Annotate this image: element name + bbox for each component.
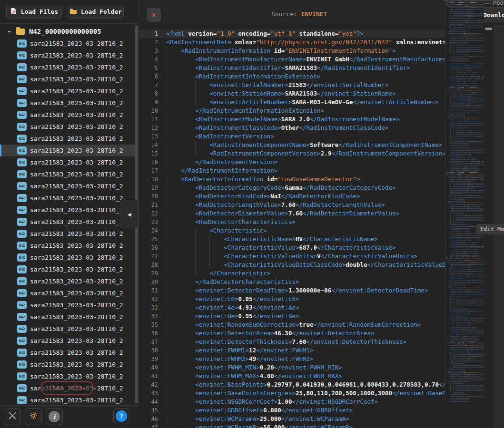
code-line[interactable]: 21 <RadDetectorLengthValue>7.60</RadDete…	[139, 201, 484, 209]
code-line[interactable]: 12 <RadInstrumentClassCode>Other</RadIns…	[139, 124, 484, 132]
file-item[interactable]: N42sara21583_2023-03-28T10_2	[0, 97, 135, 109]
code-line[interactable]: 36 <envinet:DetectorArea>46.30</envinet:…	[139, 329, 484, 338]
code-line[interactable]: 42 <envinet:BasePoints>0.29797,0.041930,…	[139, 380, 484, 389]
info-icon: i	[49, 411, 60, 422]
code-line[interactable]: 26 <CharacteristicValue>687.0</Character…	[139, 243, 484, 252]
file-item[interactable]: N42sara21583_2023-03-28T10_2	[0, 38, 135, 49]
code-line[interactable]: 33 <envinet:Ae>4.93</envinet:Ae>	[139, 303, 484, 312]
file-item[interactable]: N42sara21583_2023-03-28T10_2	[0, 287, 135, 299]
code-line[interactable]: 5 <RadInstrumentIdentifier>SARA21583</Ra…	[139, 64, 484, 72]
code-line[interactable]: 9 <envinet:ArticleNumber>SARA-M03-L4eDV-…	[139, 98, 484, 107]
code-line[interactable]: 10 </RadInstrumentInformationExtension>	[139, 107, 484, 115]
code-line[interactable]: 23 <RadDetectorCharacteristics>	[139, 218, 484, 226]
code-line[interactable]: 41 <envinet:FWHM_MAX>4.00</envinet:FWHM_…	[139, 372, 484, 380]
file-item[interactable]: N42sara21583_2023-03-28T10_2	[0, 192, 135, 204]
file-item[interactable]: N42sara21583_2023-03-28T10_2	[0, 73, 135, 85]
edit-mode-button[interactable]: Edit Mode	[476, 224, 504, 234]
file-item[interactable]: N42sara21583_2023-03-28T10_2	[0, 85, 135, 97]
code-line[interactable]: 13 <RadInstrumentVersion>	[139, 132, 484, 141]
file-item[interactable]: N42sara21583_2023-03-28T10_2	[0, 180, 135, 192]
file-item[interactable]: N42sara21583_2023-03-28T10_2	[0, 323, 135, 335]
clear-files-button[interactable]: Clear Files	[40, 381, 94, 395]
file-item[interactable]: N42sara21583_2023-03-28T10_2	[0, 275, 135, 287]
code-line[interactable]: 1<?xml version="1.0" encoding="utf-8" st…	[139, 29, 484, 38]
n42-badge-icon: N42	[17, 313, 27, 321]
file-item[interactable]: N42sara21583_2023-03-28T10_2	[0, 168, 135, 180]
code-line[interactable]: 24 <Characteristic>	[139, 226, 484, 235]
caret-icon[interactable]: ◄	[8, 29, 14, 34]
file-item[interactable]: N42sara21583_2023-03-28T10_2	[0, 335, 135, 347]
code-line[interactable]: 4 <RadInstrumentManufacturerName>ENVINET…	[139, 55, 484, 64]
code-line[interactable]: 35 <envinet:RandomSumCorrection>true</en…	[139, 321, 484, 329]
code-line[interactable]: 30 </RadDetectorCharacteristics>	[139, 278, 484, 286]
code-line[interactable]: 15 <RadInstrumentComponentVersion>2.9</R…	[139, 149, 484, 158]
file-item[interactable]: N42sara21583_2023-03-28T10_2	[0, 311, 135, 323]
file-item[interactable]: N42sara21583_2023-03-28T10_2	[0, 299, 135, 311]
load-folder-button[interactable]: Load Folder	[68, 5, 124, 19]
code-line[interactable]: 25 <CharacteristicName>HV</Characteristi…	[139, 235, 484, 243]
code-line[interactable]: 7 <envinet:SerialNumber>21583</envinet:S…	[139, 81, 484, 89]
file-item[interactable]: N42sara21583_2023-03-28T10_2	[0, 156, 135, 168]
file-item[interactable]: N42sara21583_2023-03-28T10_2	[0, 61, 135, 73]
file-item[interactable]: N42sara21583_2023-03-28T10_2	[0, 121, 135, 133]
file-item[interactable]: N42sara21583_2023-03-28T10_2	[0, 394, 135, 405]
xml-editor[interactable]: 1<?xml version="1.0" encoding="utf-8" st…	[139, 25, 484, 428]
close-x-icon	[8, 411, 17, 422]
code-line[interactable]: 45 <envinet:GDROffset>0.000</envinet:GDR…	[139, 406, 484, 415]
code-line[interactable]: 37 <envinet:DetectorThickness>7.60</envi…	[139, 338, 484, 346]
code-line[interactable]: 29 </Characteristic>	[139, 269, 484, 278]
code-line[interactable]: 47 <envinet:WCParamB>-56.000</envinet:WC…	[139, 423, 484, 428]
file-item[interactable]: N42sara21583_2023-03-28T10_2	[0, 228, 135, 240]
load-files-button[interactable]: Load Files	[6, 5, 62, 19]
line-number: 12	[139, 124, 158, 132]
help-button[interactable]: ?	[113, 408, 129, 424]
editor-scrollbar-thumb[interactable]	[485, 28, 492, 30]
code-line[interactable]: 16 </RadInstrumentVersion>	[139, 158, 484, 166]
file-item[interactable]: N42sara21583_2023-03-28T10_2	[0, 49, 135, 61]
info-button[interactable]: i	[46, 408, 63, 425]
code-line[interactable]: 40 <envinet:FWHM_MIN>0.20</envinet:FWHM_…	[139, 363, 484, 372]
code-line[interactable]: 39 <envinet:FWHM2>49</envinet:FWHM2>	[139, 355, 484, 363]
file-item[interactable]: N42sara21583_2023-03-28T10_2	[0, 252, 135, 263]
code-line[interactable]: 34 <envinet:Be>0.95</envinet:Be>	[139, 312, 484, 321]
settings-button[interactable]	[25, 408, 42, 425]
code-line[interactable]: 31 <envinet:DetectorDeadTime>1.300000e-0…	[139, 286, 484, 295]
sidebar-collapse-button[interactable]: ◀	[120, 200, 139, 228]
code-area[interactable]: 1<?xml version="1.0" encoding="utf-8" st…	[139, 25, 484, 428]
code-line[interactable]: 22 <RadDetectorDiameterValue>7.60</RadDe…	[139, 209, 484, 218]
code-line[interactable]: 27 <CharacteristicValueUnits>V</Characte…	[139, 252, 484, 261]
code-line[interactable]: 43 <envinet:BasePointsEnergies>25,80,110…	[139, 389, 484, 398]
line-content: <envinet:RandomSumCorrection>true</envin…	[167, 321, 421, 329]
file-name: sara21583_2023-03-28T10_2	[30, 313, 125, 321]
file-item[interactable]: N42sara21583_2023-03-28T10_2	[0, 347, 135, 359]
minimap[interactable]: <?xml version="1.0" encoding="utf-8" sta…	[445, 2, 484, 403]
file-item[interactable]: N42sara21583_2023-03-28T10_2	[0, 145, 135, 156]
clear-close-button[interactable]	[4, 408, 21, 425]
file-item[interactable]: N42sara21583_2023-03-28T10_2	[0, 359, 135, 370]
code-line[interactable]: 32 <envinet:E0>0.05</envinet:E0>	[139, 295, 484, 303]
code-line[interactable]: 44 <envinet:NSGDRCorrCoef>1.00</envinet:…	[139, 398, 484, 406]
code-line[interactable]: 11 <RadInstrumentModelName>SARA 2.0</Rad…	[139, 115, 484, 124]
code-line[interactable]: 38 <envinet:FWHM1>12</envinet:FWHM1>	[139, 346, 484, 355]
code-line[interactable]: 28 <CharacteristicValueDataClassCode>dou…	[139, 261, 484, 269]
code-line[interactable]: 46 <envinet:WCParamA>29.000</envinet:WCP…	[139, 415, 484, 423]
file-item[interactable]: N42sara21583_2023-03-28T10_2	[0, 240, 135, 252]
code-line[interactable]: 17 </RadInstrumentInformation>	[139, 166, 484, 175]
file-item[interactable]: N42sara21583_2023-03-28T10_2	[0, 263, 135, 275]
code-line[interactable]: 18 <RadDetectorInformation id="LowDoseGa…	[139, 175, 484, 184]
file-item[interactable]: N42sara21583_2023-03-28T10_2	[0, 216, 135, 228]
code-line[interactable]: 20 <RadDetectorKindCode>NaI</RadDetector…	[139, 192, 484, 201]
close-button[interactable]: ✕	[147, 8, 161, 22]
code-line[interactable]: 8 <envinet:StationName>SARA21583</envine…	[139, 89, 484, 98]
file-item[interactable]: N42sara21583_2023-03-28T10_2	[0, 204, 135, 216]
code-line[interactable]: 3 <RadInstrumentInformation id="ENVINETI…	[139, 47, 484, 55]
file-item[interactable]: N42sara21583_2023-03-28T10_2	[0, 133, 135, 145]
file-item[interactable]: N42sara21583_2023-03-28T10_2	[0, 109, 135, 121]
code-line[interactable]: 2<RadInstrumentData xmlns="http://physic…	[139, 38, 484, 47]
code-line[interactable]: 19 <RadDetectorCategoryCode>Gamma</RadDe…	[139, 184, 484, 192]
code-line[interactable]: 14 <RadInstrumentComponentName>Software<…	[139, 141, 484, 149]
folder-icon	[16, 29, 25, 35]
file-name: sara21583_2023-03-28T10_2	[30, 111, 125, 118]
code-line[interactable]: 6 <RadInstrumentInformationExtension>	[139, 72, 484, 81]
folder-row[interactable]: ◄ N42_00000000000005	[0, 25, 135, 38]
